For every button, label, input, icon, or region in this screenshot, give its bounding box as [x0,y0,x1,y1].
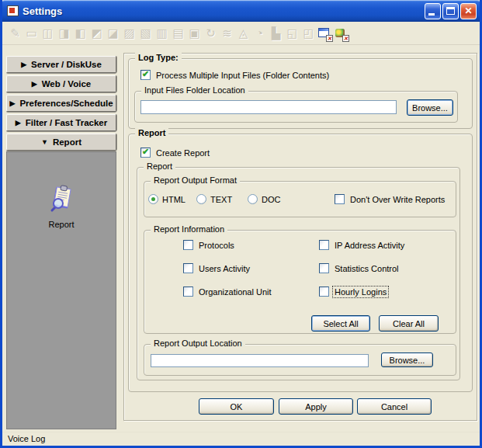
search-ftp-log-icon[interactable]: ◨ [56,24,72,43]
report-shortcut[interactable]: Report [7,185,116,229]
window-close-x-icon[interactable]: ✕ [317,24,333,43]
log-type-group-label: Log Type: [135,53,182,62]
statistics-control-checkbox[interactable] [319,263,329,273]
ip-address-activity-checkbox[interactable] [319,240,329,250]
bar-chart-icon[interactable]: ▙ [268,24,284,43]
search-l-log-icon[interactable]: ▤ [170,24,186,43]
alert-icon[interactable]: ◬ [235,24,251,43]
sidebar-item-label: Preferences/Schedule [19,99,113,108]
sidebar-item-label: Web / Voice [42,79,91,89]
toolbar: ✎ ▭ ◫ ◨ ◧ ◩ ◪ ▨ ▧ ▥ ▤ ▣ ↻ ≋ ◬ ◔ ▙ ◱ ◰ ✕ … [2,22,480,45]
report-inner-group-label: Report [144,161,175,171]
close-icon: ✕ [461,5,476,17]
status-bar: Voice Log [2,432,480,446]
sidebar-item-server-diskuse[interactable]: ▶ Server / DiskUse [6,56,116,73]
report-group-label: Report [135,128,168,137]
maximize-button[interactable] [442,3,459,19]
x-badge-icon: ✕ [326,35,333,42]
clock-icon[interactable]: ◔ [251,24,268,43]
sidebar-item-label: Report [53,137,81,147]
minimize-button[interactable] [425,3,441,19]
format-text-label: TEXT [210,194,232,205]
chevron-right-icon: ▶ [21,61,26,68]
settings-window: Settings ✕ ✎ ▭ ◫ ◨ ◧ ◩ ◪ ▨ ▧ ▥ ▤ ▣ ↻ ≋ ◬… [0,0,482,448]
report-shortcut-label: Report [7,220,116,229]
statistics-control-label: Statistics Control [335,263,399,274]
hourly-logins-checkbox[interactable] [319,287,329,297]
output-format-group-label: Report Output Format [151,175,240,185]
chevron-right-icon: ▶ [32,80,37,88]
search-smtp-log-icon[interactable]: ◩ [88,24,105,43]
status-text: Voice Log [8,434,45,443]
refresh-icon[interactable]: ↻ [203,24,219,43]
output-location-browse-button[interactable]: Browse... [381,352,433,367]
process-multiple-label: Process Multiple Input Files (Folder Con… [156,70,329,81]
output-location-group-label: Report Output Location [151,339,245,348]
organizational-unit-checkbox[interactable] [183,287,193,297]
report-icon [46,185,77,214]
mail-icon[interactable]: ▭ [23,24,40,43]
format-html-label: HTML [162,194,186,205]
sidebar-item-preferences-schedule[interactable]: ▶ Preferences/Schedule [6,95,116,112]
search-nntp-log-icon[interactable]: ◪ [105,24,121,43]
chevron-right-icon: ▶ [9,99,15,107]
users-activity-checkbox[interactable] [183,263,193,273]
format-html-radio[interactable] [148,194,158,204]
ok-button[interactable]: OK [199,398,274,415]
document-list-icon[interactable]: ▣ [186,24,203,43]
titlebar[interactable]: Settings ✕ [0,0,482,22]
process-multiple-checkbox[interactable] [140,70,151,80]
dont-overwrite-label: Don't Over Write Reports [350,194,445,205]
input-folder-browse-button[interactable]: Browse... [407,99,453,116]
format-doc-label: DOC [262,194,280,205]
minimize-icon [428,13,435,16]
search-ftp2-log-icon[interactable]: ▨ [121,24,137,43]
create-report-checkbox[interactable] [140,148,151,158]
window-controls: ✕ [425,3,477,19]
chevron-down-icon: ▼ [41,138,48,146]
chevron-right-icon: ▶ [16,119,21,127]
ip-address-activity-label: IP Address Activity [335,240,404,251]
input-folder-field[interactable] [140,100,397,114]
app-close-x-icon[interactable]: ✕ [333,24,349,43]
output-location-field[interactable] [151,354,369,367]
search-imap-log-icon[interactable]: ◧ [72,24,88,43]
edit-icon[interactable]: ✎ [7,24,23,43]
create-report-label: Create Report [156,148,210,158]
maximize-icon [446,7,455,15]
search-f-log-icon[interactable]: ▥ [154,24,170,43]
close-button[interactable]: ✕ [460,3,477,19]
clear-all-button[interactable]: Clear All [379,315,439,332]
sidebar-item-label: Server / DiskUse [31,60,102,69]
apply-button[interactable]: Apply [279,398,353,415]
sidebar-panel: Report [6,151,116,429]
search-fb-log-icon[interactable]: ▧ [137,24,154,43]
protocols-checkbox[interactable] [183,240,193,250]
wave-icon[interactable]: ≋ [219,24,235,43]
users-activity-label: Users Activity [199,263,250,274]
organizational-unit-label: Organizational Unit [199,287,272,297]
window-layout-icon[interactable]: ◱ [284,24,300,43]
window-grid-icon[interactable]: ◰ [300,24,317,43]
window-title: Settings [23,5,425,17]
sidebar-item-web-voice[interactable]: ▶ Web / Voice [6,75,116,92]
sidebar-item-label: Filter / Fast Tracker [26,118,107,127]
cancel-button[interactable]: Cancel [357,398,432,415]
dont-overwrite-checkbox[interactable] [335,194,345,204]
x-badge-icon: ✕ [342,35,349,42]
sidebar-item-filter-fast-tracker[interactable]: ▶ Filter / Fast Tracker [6,114,116,131]
select-all-button[interactable]: Select All [311,315,370,332]
protocols-label: Protocols [199,240,234,251]
hourly-logins-label: Hourly Logins [333,287,388,297]
format-text-radio[interactable] [196,194,206,204]
report-information-group-label: Report Information [151,224,227,234]
search-http-log-icon[interactable]: ◫ [40,24,56,43]
input-folder-group-label: Input Files Folder Location [141,85,248,95]
format-doc-radio[interactable] [248,194,258,204]
sidebar-item-report[interactable]: ▼ Report [6,134,116,151]
app-icon [7,5,19,16]
